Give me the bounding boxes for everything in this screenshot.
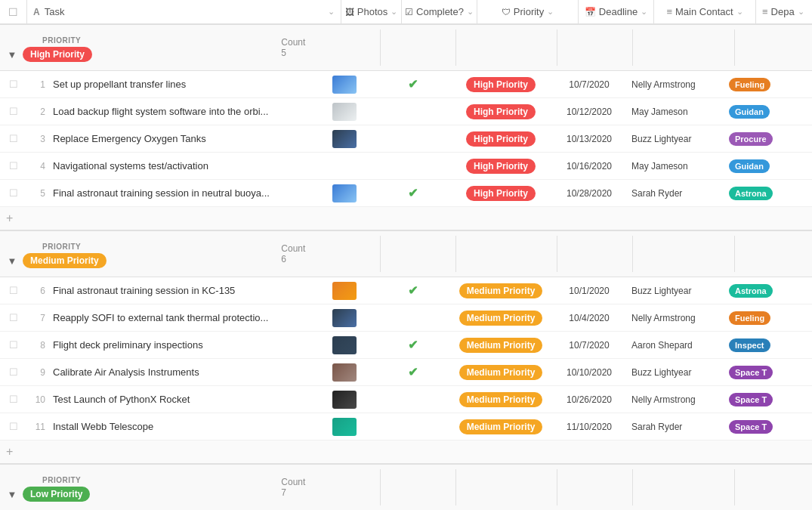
row-photos-cell[interactable] bbox=[314, 391, 375, 409]
row-photos-cell[interactable] bbox=[314, 184, 375, 202]
group-toggle-high[interactable]: ▼ High Priority bbox=[6, 47, 276, 62]
photo-thumb[interactable] bbox=[332, 309, 357, 327]
row-checkbox[interactable]: ☐ bbox=[0, 366, 27, 378]
row-dept-cell[interactable]: Space T bbox=[729, 393, 812, 406]
row-photos-cell[interactable] bbox=[314, 282, 375, 300]
row-priority-cell[interactable]: Medium Priority bbox=[450, 365, 551, 380]
table-row[interactable]: ☐ 6 Final astronaut training session in … bbox=[0, 277, 812, 304]
header-checkbox[interactable]: ☐ bbox=[0, 0, 27, 23]
table-row[interactable]: ☐ 11 Install Webb Telescope Medium Prior… bbox=[0, 413, 812, 440]
row-checkbox-icon[interactable]: ☐ bbox=[9, 421, 18, 432]
row-dept-cell[interactable]: Procure bbox=[729, 132, 812, 146]
row-priority-cell[interactable]: High Priority bbox=[450, 186, 551, 201]
table-row[interactable]: ☐ 3 Replace Emergency Oxygen Tanks High … bbox=[0, 125, 812, 153]
row-priority-cell[interactable]: High Priority bbox=[450, 131, 551, 147]
group-toggle-low[interactable]: ▼ Low Priority bbox=[6, 487, 276, 502]
row-checkbox[interactable]: ☐ bbox=[0, 285, 27, 296]
photo-thumb[interactable] bbox=[332, 184, 357, 202]
photo-thumb[interactable] bbox=[332, 130, 357, 148]
row-checkbox-icon[interactable]: ☐ bbox=[9, 160, 18, 172]
row-checkbox-icon[interactable]: ☐ bbox=[9, 285, 18, 296]
row-checkbox[interactable]: ☐ bbox=[0, 79, 27, 90]
add-row-high[interactable]: + bbox=[0, 207, 812, 230]
row-checkbox-icon[interactable]: ☐ bbox=[9, 339, 18, 351]
row-photos-cell[interactable] bbox=[314, 336, 375, 354]
photo-thumb[interactable] bbox=[332, 391, 357, 409]
header-task[interactable]: A Task ⌄ bbox=[27, 0, 341, 23]
row-priority-cell[interactable]: High Priority bbox=[450, 159, 551, 174]
row-photos-cell[interactable] bbox=[314, 363, 375, 382]
row-checkbox-icon[interactable]: ☐ bbox=[9, 394, 18, 405]
row-checkbox[interactable]: ☐ bbox=[0, 312, 27, 323]
row-dept-cell[interactable]: Space T bbox=[729, 366, 812, 379]
table-row[interactable]: ☐ 5 Final astronaut training session in … bbox=[0, 180, 812, 207]
row-checkbox[interactable]: ☐ bbox=[0, 106, 27, 117]
header-dept[interactable]: ≡ Depa ⌄ bbox=[756, 0, 812, 23]
row-checkbox[interactable]: ☐ bbox=[0, 394, 27, 405]
row-priority-cell[interactable]: Medium Priority bbox=[450, 419, 551, 434]
photo-thumb[interactable] bbox=[332, 418, 357, 436]
table-row[interactable]: ☐ 8 Flight deck preliminary inspections … bbox=[0, 332, 812, 359]
row-priority-cell[interactable]: High Priority bbox=[450, 104, 551, 119]
chevron-icon-medium[interactable]: ▼ bbox=[6, 255, 18, 267]
header-photos[interactable]: 🖼 Photos ⌄ bbox=[341, 0, 402, 23]
row-dept-cell[interactable]: Fueling bbox=[729, 311, 812, 325]
row-dept-cell[interactable]: Guidan bbox=[729, 159, 812, 173]
photo-thumb[interactable] bbox=[332, 363, 357, 382]
table-row[interactable]: ☐ 7 Reapply SOFI to external tank therma… bbox=[0, 304, 812, 332]
chevron-icon-low[interactable]: ▼ bbox=[6, 488, 18, 500]
table-row[interactable]: ☐ 2 Load backup flight system software i… bbox=[0, 98, 812, 125]
row-priority-cell[interactable]: Medium Priority bbox=[450, 392, 551, 407]
add-icon[interactable]: + bbox=[6, 445, 13, 459]
row-photos-cell[interactable] bbox=[314, 76, 375, 94]
row-photos-cell[interactable] bbox=[314, 418, 375, 436]
photo-thumb[interactable] bbox=[332, 103, 357, 121]
table-row[interactable]: ☐ 4 Navigational systems test/activation… bbox=[0, 153, 812, 180]
header-deadline[interactable]: 📅 Deadline ⌄ bbox=[579, 0, 654, 23]
row-checkbox-icon[interactable]: ☐ bbox=[9, 106, 18, 117]
row-dept-cell[interactable]: Space T bbox=[729, 420, 812, 434]
photo-thumb[interactable] bbox=[332, 76, 357, 94]
row-dept-cell[interactable]: Guidan bbox=[729, 105, 812, 119]
row-checkbox[interactable]: ☐ bbox=[0, 187, 27, 199]
add-icon[interactable]: + bbox=[6, 212, 13, 225]
table-row[interactable]: ☐ 10 Test Launch of PythonX Rocket Mediu… bbox=[0, 386, 812, 413]
table-row[interactable]: ☐ 1 Set up propellant transfer lines ✔ H… bbox=[0, 71, 812, 98]
header-deadline-sort[interactable]: ⌄ bbox=[641, 7, 647, 17]
row-dept-cell[interactable]: Inspect bbox=[729, 338, 812, 352]
row-priority-cell[interactable]: Medium Priority bbox=[450, 311, 551, 326]
header-task-sort[interactable]: ⌄ bbox=[328, 7, 335, 17]
chevron-icon-high[interactable]: ▼ bbox=[6, 48, 18, 60]
table-row[interactable]: ☐ 9 Calibrate Air Analysis Instruments ✔… bbox=[0, 359, 812, 386]
photo-thumb[interactable] bbox=[332, 282, 357, 300]
header-priority[interactable]: 🛡 Priority ⌄ bbox=[477, 0, 579, 23]
header-priority-sort[interactable]: ⌄ bbox=[547, 7, 554, 17]
row-checkbox-icon[interactable]: ☐ bbox=[9, 187, 18, 199]
row-photos-cell[interactable] bbox=[314, 103, 375, 121]
row-checkbox[interactable]: ☐ bbox=[0, 339, 27, 351]
header-contact-sort[interactable]: ⌄ bbox=[736, 7, 743, 17]
group-toggle-medium[interactable]: ▼ Medium Priority bbox=[6, 253, 276, 268]
row-checkbox-icon[interactable]: ☐ bbox=[9, 312, 18, 323]
row-checkbox-icon[interactable]: ☐ bbox=[9, 79, 18, 90]
row-dept-cell[interactable]: Astrona bbox=[729, 187, 812, 200]
row-checkbox-icon[interactable]: ☐ bbox=[9, 366, 18, 378]
header-complete[interactable]: ☑ Complete? ⌄ bbox=[402, 0, 477, 23]
row-checkbox[interactable]: ☐ bbox=[0, 421, 27, 432]
row-photos-cell[interactable] bbox=[314, 309, 375, 327]
photo-thumb[interactable] bbox=[332, 336, 357, 354]
row-checkbox[interactable]: ☐ bbox=[0, 133, 27, 144]
row-dept-cell[interactable]: Fueling bbox=[729, 78, 812, 91]
row-checkbox[interactable]: ☐ bbox=[0, 160, 27, 172]
row-checkbox-icon[interactable]: ☐ bbox=[9, 133, 18, 144]
checkbox-icon[interactable]: ☐ bbox=[8, 6, 18, 18]
header-complete-sort[interactable]: ⌄ bbox=[467, 7, 474, 17]
header-dept-sort[interactable]: ⌄ bbox=[798, 7, 804, 17]
row-dept-cell[interactable]: Astrona bbox=[729, 284, 812, 298]
row-priority-cell[interactable]: High Priority bbox=[450, 77, 551, 92]
add-row-medium[interactable]: + bbox=[0, 440, 812, 463]
row-priority-cell[interactable]: Medium Priority bbox=[450, 283, 551, 298]
row-photos-cell[interactable] bbox=[314, 157, 375, 175]
row-photos-cell[interactable] bbox=[314, 130, 375, 148]
header-photos-sort[interactable]: ⌄ bbox=[391, 7, 397, 17]
